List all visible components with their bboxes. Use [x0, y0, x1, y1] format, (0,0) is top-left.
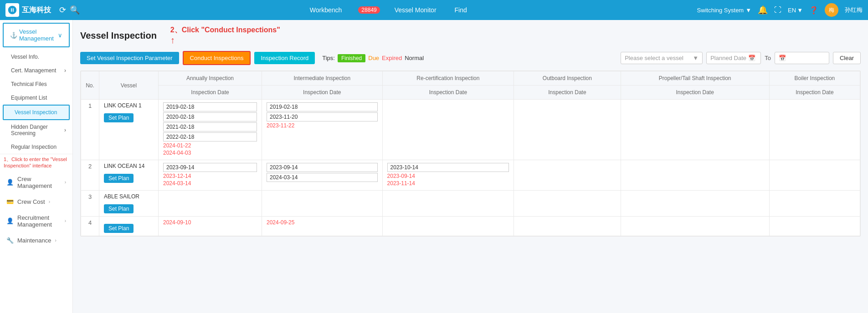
date-red-value: 2024-09-10	[163, 219, 257, 226]
col-intermediate: Intermediate Inspection	[262, 71, 383, 86]
sidebar-item-recruitment[interactable]: 👤 Recruitment Management ›	[0, 210, 72, 232]
nav-search-icon[interactable]: 🔍	[70, 5, 80, 15]
sidebar-item-hidden-danger[interactable]: Hidden Danger Screening ›	[0, 120, 72, 140]
sidebar-item-vessel-inspection[interactable]: Vessel Inspection	[3, 105, 70, 120]
sidebar-group-vessel-management[interactable]: ⚓ Vessel Management ∨	[3, 23, 70, 47]
vessel-management-label: Vessel Management	[19, 28, 58, 42]
sidebar-item-maintenance[interactable]: 🔧 Maintenance ›	[0, 232, 72, 248]
regular-inspection-label: Regular Inspection	[11, 144, 56, 150]
table-row: 1LINK OCEAN 1Set Plan2019-02-182020-02-1…	[81, 100, 860, 160]
date-red-value: 2024-09-25	[267, 219, 378, 226]
nav-find[interactable]: Find	[451, 6, 471, 14]
bell-icon[interactable]: 🔔	[758, 5, 768, 15]
date-value: 2023-11-20	[267, 112, 378, 121]
sidebar-item-vessel-info[interactable]: Vessel Info.	[0, 50, 72, 64]
cell-vessel: LINK OCEAN 14Set Plan	[99, 160, 159, 191]
equipment-list-label: Equipment List	[11, 95, 47, 101]
cell-boiler	[769, 191, 860, 217]
cell-propeller	[621, 191, 769, 217]
date-value: 2023-09-14	[267, 163, 378, 172]
col-annually-date: Inspection Date	[159, 86, 262, 100]
workbench-badge: 28849	[358, 6, 380, 14]
table-row: 4Set Plan2024-09-102024-09-25	[81, 217, 860, 236]
col-intermediate-date: Inspection Date	[262, 86, 383, 100]
cell-intermediate: 2019-02-182023-11-202023-11-22	[262, 100, 383, 160]
date-red-value: 2024-03-14	[163, 180, 257, 187]
sidebar-item-crew-management[interactable]: 👤 Crew Management ›	[0, 171, 72, 194]
badge-finished: Finished	[338, 54, 365, 62]
cell-propeller	[621, 217, 769, 236]
col-propeller-date: Inspection Date	[621, 86, 769, 100]
expand-icon[interactable]: ⛶	[774, 6, 781, 14]
step2-text: 2、Click "Conduct Inspections"	[170, 26, 280, 34]
badge-expired: Expired	[382, 55, 402, 61]
set-plan-button[interactable]: Set Plan	[104, 204, 134, 213]
col-vessel: Vessel	[99, 71, 159, 100]
cell-boiler	[769, 217, 860, 236]
vessel-select[interactable]: Please select a vessel ▼	[621, 52, 703, 64]
cell-intermediate	[262, 191, 383, 217]
cell-outboard	[514, 217, 621, 236]
table-row: 2LINK OCEAN 14Set Plan2023-09-142023-12-…	[81, 160, 860, 191]
cert-management-label: Cert. Management	[11, 67, 56, 74]
avatar[interactable]: 梅	[825, 3, 838, 17]
sidebar: ⚓ Vessel Management ∨ Vessel Info. Cert.…	[0, 20, 73, 313]
sidebar-item-regular-inspection[interactable]: Regular Inspection	[0, 140, 72, 154]
date-value: 2021-02-18	[163, 122, 257, 131]
cell-annually: 2019-02-182020-02-182021-02-182022-02-18…	[159, 100, 262, 160]
nav-workbench[interactable]: Workbench	[306, 6, 346, 14]
set-param-button[interactable]: Set Vessel Inspection Parameter	[80, 52, 179, 64]
sidebar-item-technical-files[interactable]: Technical Files	[0, 77, 72, 91]
date-value: 2020-02-18	[163, 112, 257, 121]
cell-no: 1	[81, 100, 99, 160]
tips-label: Tips:	[322, 55, 335, 61]
planned-date-input[interactable]: Planned Date 📅	[706, 52, 761, 64]
main-content: Vessel Inspection 2、Click "Conduct Inspe…	[73, 20, 868, 313]
chevron-down-icon: ∨	[58, 32, 62, 39]
chevron-right-icon3: ›	[65, 180, 66, 185]
maintenance-label: Maintenance	[17, 237, 51, 244]
chevron-right-icon6: ›	[55, 238, 56, 243]
date-value: 2019-02-18	[163, 102, 257, 111]
lang-selector[interactable]: EN ▼	[788, 7, 803, 14]
cell-vessel: LINK OCEAN 1Set Plan	[99, 100, 159, 160]
badge-due: Due	[368, 55, 379, 61]
switching-system[interactable]: Switching System ▼	[697, 7, 751, 14]
clear-button[interactable]: Clear	[833, 52, 861, 64]
sidebar-item-cert-management[interactable]: Cert. Management ›	[0, 64, 72, 77]
topnav-right: Switching System ▼ 🔔 ⛶ EN ▼ ❓ 梅 孙红梅	[697, 3, 863, 17]
col-propeller: Propeller/Tail Shaft Inspection	[621, 71, 769, 86]
date-red-value: 2023-11-22	[267, 122, 378, 129]
inspection-record-button[interactable]: Inspection Record	[254, 52, 315, 64]
step1-annotation: 1、Click to enter the "Vessel Inspenction…	[0, 154, 72, 171]
crew-mgmt-icon: 👤	[6, 179, 14, 186]
crew-cost-icon: 💳	[6, 198, 14, 205]
planned-date-label: Planned Date	[710, 55, 746, 61]
lang-chevron-icon: ▼	[797, 7, 803, 14]
set-plan-button[interactable]: Set Plan	[104, 224, 134, 233]
recruitment-label: Recruitment Management	[17, 214, 61, 228]
sidebar-item-crew-cost[interactable]: 💳 Crew Cost ›	[0, 194, 72, 210]
set-plan-button[interactable]: Set Plan	[104, 174, 134, 183]
chevron-right-icon: ›	[64, 67, 66, 74]
to-label: To	[765, 55, 771, 61]
set-plan-button[interactable]: Set Plan	[104, 113, 134, 122]
logo-text: 互海科技	[22, 5, 51, 15]
vessel-name: ABLE SAILOR	[104, 193, 154, 200]
col-annually: Annually Inspection	[159, 71, 262, 86]
recert-date: 2023-10-14	[387, 163, 509, 172]
chevron-down-icon: ▼	[745, 7, 751, 14]
sidebar-item-equipment-list[interactable]: Equipment List	[0, 91, 72, 105]
hidden-danger-label: Hidden Danger Screening	[11, 124, 64, 136]
cell-propeller	[621, 100, 769, 160]
date-value: 2024-03-14	[267, 173, 378, 182]
conduct-inspections-button[interactable]: Conduct Inspections	[183, 51, 251, 65]
nav-history-icon[interactable]: ⟳	[59, 5, 66, 15]
nav-vessel-monitor[interactable]: Vessel Monitor	[391, 6, 440, 14]
help-icon[interactable]: ❓	[809, 6, 818, 15]
cell-no: 2	[81, 160, 99, 191]
maintenance-icon: 🔧	[6, 237, 14, 244]
anchor-icon: ⚓	[10, 32, 17, 39]
planned-date-to-input[interactable]: 📅	[775, 52, 829, 64]
col-recert-date: Inspection Date	[382, 86, 514, 100]
